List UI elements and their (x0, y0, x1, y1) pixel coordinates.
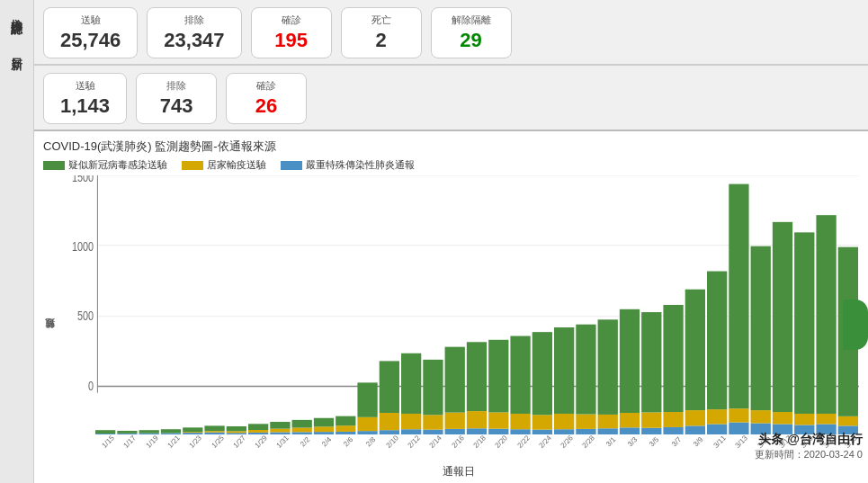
stat-card-total-paichu: 排除 23,347 (147, 7, 241, 58)
chart-inner: 0 500 1000 1500 1/151/171/191/211/231/25… (58, 175, 859, 479)
y-axis-label: 通報數 (43, 175, 57, 479)
x-axis-ticks: 1/151/171/191/211/231/251/271/291/312/22… (94, 439, 859, 462)
legend-green: 疑似新冠病毒感染送驗 (43, 158, 167, 172)
legend-green-label: 疑似新冠病毒感染送驗 (68, 158, 167, 172)
stat-card-total-quezhen: 確診 195 (251, 7, 332, 58)
watermark: 头条 @台湾自由行 更新時間：2020-03-24 0 (755, 432, 863, 461)
stat-label-sonyan-total: 送驗 (60, 13, 121, 27)
legend-blue-label: 嚴重特殊傳染性肺炎通報 (306, 158, 415, 172)
total-stats-cards: 送驗 25,746 排除 23,347 確診 195 死亡 2 (43, 7, 859, 58)
stat-card-daily-sonyan: 送驗 1,143 (43, 73, 127, 124)
stat-card-total-sonyan: 送驗 25,746 (43, 7, 138, 58)
main-container: 內檢 總計 日新 送驗 25,746 排除 23,347 確診 (0, 0, 868, 483)
stat-card-daily-quezhen: 確診 26 (226, 73, 307, 124)
stat-card-daily-paichu: 排除 743 (136, 73, 217, 124)
chart-plot-wrapper: 0 500 1000 1500 (58, 175, 859, 439)
stat-value-jiechu-total: 29 (448, 29, 495, 52)
chart-title: COVID-19(武漢肺炎) 監測趨勢圖-依通報來源 (43, 139, 859, 155)
watermark-site: 头条 @台湾自由行 (755, 432, 863, 448)
total-stats-row: 送驗 25,746 排除 23,347 確診 195 死亡 2 (34, 0, 868, 66)
left-label-column: 內檢 總計 日新 (0, 0, 34, 483)
chart-section: COVID-19(武漢肺炎) 監測趨勢圖-依通報來源 疑似新冠病毒感染送驗 居家… (34, 131, 868, 483)
content-area: 送驗 25,746 排除 23,347 確診 195 死亡 2 (34, 0, 868, 483)
legend-yellow-label: 居家輸疫送驗 (207, 158, 266, 172)
legend-yellow-box (182, 161, 203, 170)
stat-value-quezhen-daily: 26 (243, 94, 290, 118)
bar-canvas (58, 175, 859, 439)
x-axis-label: 通報日 (58, 464, 859, 479)
legend-blue-box (281, 161, 302, 170)
stat-label-sonyan-daily: 送驗 (60, 79, 110, 93)
legend-yellow: 居家輸疫送驗 (182, 158, 266, 172)
stat-label-quezhen-total: 確診 (268, 13, 315, 27)
stat-card-total-siwang: 死亡 2 (341, 7, 422, 58)
stat-label-jiechu-total: 解除隔離 (448, 13, 495, 27)
daily-stats-cards: 送驗 1,143 排除 743 確診 26 (43, 73, 859, 124)
chart-legend: 疑似新冠病毒感染送驗 居家輸疫送驗 嚴重特殊傳染性肺炎通報 (43, 158, 859, 172)
stat-label-paichu-total: 排除 (164, 13, 224, 27)
stat-value-sonyan-total: 25,746 (60, 29, 121, 52)
green-circle-button[interactable] (843, 300, 868, 350)
stat-value-paichu-daily: 743 (153, 94, 200, 118)
legend-blue: 嚴重特殊傳染性肺炎通報 (281, 158, 415, 172)
stat-label-quezhen-daily: 確診 (243, 79, 290, 93)
stat-value-siwang-total: 2 (358, 29, 405, 52)
stat-value-paichu-total: 23,347 (164, 29, 224, 52)
watermark-time: 更新時間：2020-03-24 0 (755, 448, 863, 461)
daily-stats-row: 送驗 1,143 排除 743 確診 26 (34, 66, 868, 131)
stat-card-total-jiechu: 解除隔離 29 (431, 7, 512, 58)
stat-label-paichu-daily: 排除 (153, 79, 200, 93)
legend-green-box (43, 161, 65, 170)
stat-value-quezhen-total: 195 (268, 29, 315, 52)
stat-label-siwang-total: 死亡 (358, 13, 405, 27)
stat-value-sonyan-daily: 1,143 (60, 94, 110, 118)
chart-container: 通報數 (43, 175, 859, 479)
